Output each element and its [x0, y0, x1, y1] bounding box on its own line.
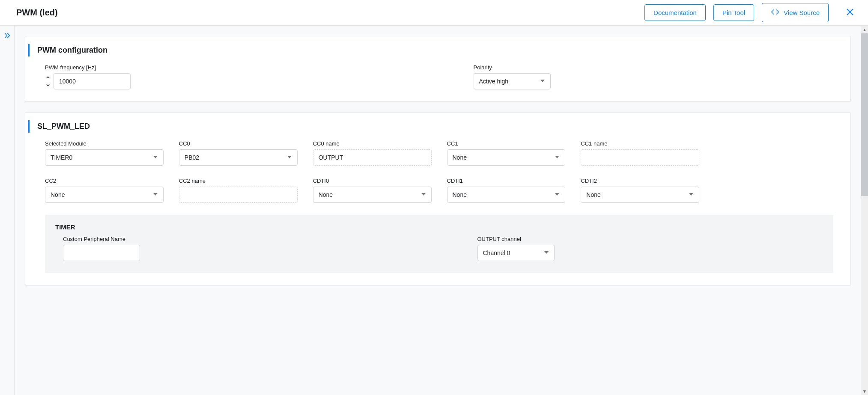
cdti0-select[interactable]: None	[313, 187, 432, 203]
field-label: CC0 name	[313, 140, 432, 147]
card-pwm-configuration: PWM configuration PWM frequency [Hz]	[25, 36, 851, 102]
body: PWM configuration PWM frequency [Hz]	[0, 26, 868, 395]
select-value: Channel 0	[483, 249, 510, 256]
frequency-steppers	[45, 75, 51, 87]
select-value: None	[453, 154, 467, 161]
stepper-down-button[interactable]	[45, 83, 51, 87]
header-actions: Documentation Pin Tool View Source	[644, 3, 856, 22]
chevron-down-icon	[287, 154, 292, 161]
field-label: CDTI2	[581, 178, 699, 184]
field-label: Polarity	[474, 64, 834, 71]
card-title: SL_PWM_LED	[28, 120, 840, 133]
scrollbar-thumb[interactable]	[861, 33, 868, 196]
cc0-name-display: OUTPUT	[313, 149, 432, 166]
field-cdti1: CDTI1 None	[447, 178, 566, 203]
select-value: PB02	[185, 154, 199, 161]
field-label: OUTPUT channel	[477, 236, 823, 242]
field-output-channel: OUTPUT channel Channel 0	[477, 236, 823, 261]
scroll-down-arrow-icon: ▼	[861, 387, 868, 395]
pin-tool-button[interactable]: Pin Tool	[713, 4, 754, 21]
field-label: CC1 name	[581, 140, 699, 147]
header: PWM (led) Documentation Pin Tool View So…	[0, 0, 868, 26]
vertical-scrollbar[interactable]: ▲ ▼	[861, 26, 868, 395]
field-cdti2: CDTI2 None	[581, 178, 699, 203]
code-icon	[771, 8, 779, 18]
field-cc0: CC0 PB02	[179, 140, 298, 166]
field-pwm-frequency: PWM frequency [Hz] 1	[45, 64, 405, 89]
sidebar-collapsed	[0, 26, 15, 395]
field-cc1-name: CC1 name	[581, 140, 699, 166]
field-label: CC0	[179, 140, 298, 147]
cc2-select[interactable]: None	[45, 187, 164, 203]
cc0-select[interactable]: PB02	[179, 149, 298, 166]
cc1-select[interactable]: None	[447, 149, 566, 166]
documentation-button[interactable]: Documentation	[644, 4, 706, 21]
scroll-up-arrow-icon: ▲	[861, 26, 868, 33]
view-source-button[interactable]: View Source	[762, 3, 829, 22]
expand-sidebar-button[interactable]	[2, 31, 12, 41]
button-label: Pin Tool	[722, 9, 745, 16]
chevron-up-icon	[45, 75, 51, 80]
field-label: Selected Module	[45, 140, 164, 147]
chevron-down-icon	[555, 191, 560, 198]
field-cc2: CC2 None	[45, 178, 164, 203]
field-custom-peripheral-name: Custom Peripheral Name	[63, 236, 409, 261]
subpanel-timer: TIMER Custom Peripheral Name OUTPUT chan…	[45, 215, 833, 273]
custom-peripheral-name-input[interactable]	[63, 245, 140, 261]
cdti1-select[interactable]: None	[447, 187, 566, 203]
chevron-down-icon	[153, 154, 158, 161]
stepper-up-button[interactable]	[45, 75, 51, 80]
button-label: View Source	[784, 9, 820, 16]
card-sl-pwm-led: SL_PWM_LED Selected Module TIMER0 CC0	[25, 112, 851, 285]
subpanel-title: TIMER	[55, 223, 823, 231]
select-value: None	[453, 191, 467, 198]
chevron-down-icon	[153, 191, 158, 198]
field-label: CC2	[45, 178, 164, 184]
select-value: Active high	[479, 78, 508, 85]
display-value: OUTPUT	[319, 154, 343, 161]
field-cc2-name: CC2 name	[179, 178, 298, 203]
field-label: CDTI1	[447, 178, 566, 184]
chevron-down-icon	[45, 83, 51, 87]
chevron-down-icon	[540, 78, 545, 85]
chevron-down-icon	[421, 191, 426, 198]
cdti2-select[interactable]: None	[581, 187, 699, 203]
main-scroll-area[interactable]: PWM configuration PWM frequency [Hz]	[15, 26, 861, 395]
input-value: 10000	[59, 78, 76, 85]
select-value: TIMER0	[51, 154, 72, 161]
field-label: CC2 name	[179, 178, 298, 184]
cc1-name-display	[581, 149, 699, 166]
polarity-select[interactable]: Active high	[474, 73, 551, 89]
field-label: CDTI0	[313, 178, 432, 184]
field-cc0-name: CC0 name OUTPUT	[313, 140, 432, 166]
cc2-name-display	[179, 187, 298, 203]
output-channel-select[interactable]: Channel 0	[477, 245, 555, 261]
card-title: PWM configuration	[28, 44, 840, 56]
close-button[interactable]	[844, 7, 856, 19]
select-value: None	[319, 191, 333, 198]
field-cc1: CC1 None	[447, 140, 566, 166]
field-label: CC1	[447, 140, 566, 147]
field-label: Custom Peripheral Name	[63, 236, 409, 242]
select-value: None	[586, 191, 600, 198]
button-label: Documentation	[653, 9, 697, 16]
field-cdti0: CDTI0 None	[313, 178, 432, 203]
close-icon	[845, 7, 855, 18]
chevrons-right-icon	[3, 32, 11, 41]
chevron-down-icon	[555, 154, 560, 161]
field-label: PWM frequency [Hz]	[45, 64, 405, 71]
chevron-down-icon	[689, 191, 694, 198]
field-selected-module: Selected Module TIMER0	[45, 140, 164, 166]
selected-module-select[interactable]: TIMER0	[45, 149, 164, 166]
field-polarity: Polarity Active high	[474, 64, 834, 89]
pwm-frequency-input[interactable]: 10000	[54, 73, 131, 89]
page-title: PWM (led)	[16, 8, 644, 18]
chevron-down-icon	[544, 249, 549, 256]
select-value: None	[51, 191, 65, 198]
